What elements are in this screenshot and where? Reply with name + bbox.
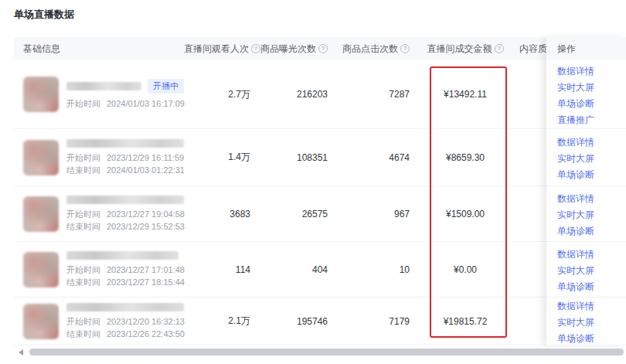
stream-thumbnail: [23, 77, 59, 112]
row-actions: 数据详情 实时大屏 单场诊断: [546, 129, 626, 186]
column-header-clicks: 商品点击次数?: [337, 43, 419, 56]
viewers-value: 2.7万: [184, 88, 260, 101]
gmv-value: ¥8659.30: [419, 152, 512, 163]
clicks-value: 7287: [337, 89, 419, 100]
row-actions: 数据详情 实时大屏 单场诊断: [546, 186, 626, 242]
column-header-viewers: 直播间观看人次?: [184, 43, 260, 56]
exposure-value: 108351: [260, 152, 337, 163]
column-header-basic: 基础信息: [14, 43, 184, 56]
stream-thumbnail: [23, 140, 59, 175]
exposure-value: 216203: [260, 89, 337, 100]
table-row: 开始时间2023/12/20 16:32:13 结束时间2023/12/26 2…: [14, 298, 626, 345]
clicks-value: 7179: [337, 316, 419, 327]
column-header-exposure: 商品曝光次数?: [260, 43, 337, 56]
info-icon[interactable]: ?: [400, 44, 410, 53]
basic-info-cell: 开始时间2023/12/27 19:04:58 结束时间2023/12/29 1…: [14, 196, 184, 233]
pinned-actions-column: 操作 数据详情 实时大屏 单场诊断 直播推广 数据详情 实时大屏 单场诊断 数据…: [546, 37, 626, 345]
gmv-value: ¥13492.11: [419, 89, 512, 100]
scrollbar-thumb[interactable]: [29, 349, 624, 355]
single-live-data-page: 单场直播数据 基础信息 直播间观看人次? 商品曝光次数? 商品点击次数? 直播间…: [0, 0, 626, 364]
action-realtime-screen[interactable]: 实时大屏: [557, 263, 626, 279]
column-header-actions: 操作: [546, 37, 626, 60]
action-realtime-screen[interactable]: 实时大屏: [557, 80, 626, 96]
table-row: 开始时间2023/12/27 19:04:58 结束时间2023/12/29 1…: [14, 186, 626, 242]
exposure-value: 26575: [260, 209, 337, 219]
exposure-value: 404: [260, 264, 337, 275]
row-actions: 数据详情 实时大屏 单场诊断: [546, 242, 626, 298]
action-data-details[interactable]: 数据详情: [557, 247, 626, 263]
exposure-value: 195746: [260, 316, 337, 327]
action-realtime-screen[interactable]: 实时大屏: [557, 207, 626, 223]
action-data-details[interactable]: 数据详情: [557, 63, 626, 80]
redacted-stream-title: [66, 139, 184, 148]
table-row: 开始时间2023/12/29 16:11:59 结束时间2024/01/03 0…: [14, 129, 626, 186]
basic-info-cell: 开始时间2023/12/20 16:32:13 结束时间2023/12/26 2…: [14, 303, 184, 340]
start-time: 开始时间2023/12/29 16:11:59: [66, 151, 184, 164]
redacted-stream-title: [66, 251, 179, 260]
table-row: 开播中 开始时间2024/01/03 16:17:09 2.7万 216203 …: [14, 60, 626, 129]
live-status-badge: 开播中: [148, 79, 184, 94]
clicks-value: 4674: [337, 152, 419, 163]
column-label: 商品曝光次数: [260, 43, 316, 56]
action-session-diagnosis[interactable]: 单场诊断: [557, 331, 626, 347]
live-sessions-table: 基础信息 直播间观看人次? 商品曝光次数? 商品点击次数? 直播间成交金额? 内…: [14, 37, 626, 345]
action-session-diagnosis[interactable]: 单场诊断: [557, 96, 626, 112]
action-data-details[interactable]: 数据详情: [557, 191, 626, 207]
column-header-gmv: 直播间成交金额?: [419, 43, 512, 56]
stream-thumbnail: [23, 196, 59, 232]
start-time: 开始时间2023/12/27 17:01:48: [66, 264, 184, 276]
action-session-diagnosis[interactable]: 单场诊断: [557, 167, 626, 183]
info-icon[interactable]: ?: [318, 44, 328, 53]
end-time: 结束时间2023/12/26 22:43:50: [66, 328, 184, 340]
table-row: 开始时间2023/12/27 17:01:48 结束时间2023/12/27 1…: [14, 242, 626, 298]
redacted-stream-title: [66, 82, 141, 90]
clicks-value: 10: [337, 264, 419, 275]
basic-info-cell: 开始时间2023/12/27 17:01:48 结束时间2023/12/27 1…: [14, 251, 184, 288]
action-realtime-screen[interactable]: 实时大屏: [557, 151, 626, 167]
end-time: 结束时间2023/12/29 15:52:53: [66, 220, 184, 233]
scroll-left-arrow-icon[interactable]: [19, 349, 23, 355]
action-live-promotion[interactable]: 直播推广: [557, 112, 626, 128]
gmv-value: ¥1509.00: [419, 209, 512, 219]
row-actions: 数据详情 实时大屏 单场诊断 直播推广: [546, 60, 626, 129]
table-header: 基础信息 直播间观看人次? 商品曝光次数? 商品点击次数? 直播间成交金额? 内…: [14, 37, 626, 60]
redacted-stream-title: [66, 196, 184, 204]
redacted-stream-title: [66, 303, 184, 311]
column-label: 基础信息: [23, 43, 60, 56]
viewers-value: 114: [184, 264, 260, 275]
row-actions: 数据详情 实时大屏 单场诊断: [546, 298, 626, 345]
info-icon[interactable]: ?: [495, 44, 504, 53]
column-label: 商品点击次数: [342, 43, 398, 56]
action-data-details[interactable]: 数据详情: [557, 134, 626, 151]
end-time: 结束时间2023/12/27 18:15:44: [66, 276, 184, 288]
action-data-details[interactable]: 数据详情: [557, 298, 626, 315]
action-session-diagnosis[interactable]: 单场诊断: [557, 279, 626, 295]
horizontal-scrollbar: [14, 349, 626, 357]
stream-thumbnail: [23, 304, 59, 339]
column-label: 直播间成交金额: [427, 43, 492, 56]
viewers-value: 3683: [184, 209, 260, 219]
column-label: 直播间观看人次: [184, 43, 249, 56]
start-time: 开始时间2023/12/27 19:04:58: [66, 208, 184, 220]
start-time: 开始时间2023/12/20 16:32:13: [66, 315, 184, 328]
viewers-value: 1.4万: [184, 151, 260, 164]
action-realtime-screen[interactable]: 实时大屏: [557, 315, 626, 331]
end-time: 结束时间2024/01/03 01:22:31: [66, 164, 184, 176]
stream-thumbnail: [23, 252, 59, 287]
basic-info-cell: 开始时间2023/12/29 16:11:59 结束时间2024/01/03 0…: [14, 139, 184, 176]
clicks-value: 967: [337, 209, 419, 219]
page-title: 单场直播数据: [14, 8, 74, 22]
gmv-value: ¥19815.72: [419, 316, 512, 327]
viewers-value: 2.1万: [184, 315, 260, 328]
start-time: 开始时间2024/01/03 16:17:09: [66, 97, 184, 110]
basic-info-cell: 开播中 开始时间2024/01/03 16:17:09: [14, 77, 184, 112]
action-session-diagnosis[interactable]: 单场诊断: [557, 223, 626, 240]
gmv-value: ¥0.00: [419, 264, 512, 275]
